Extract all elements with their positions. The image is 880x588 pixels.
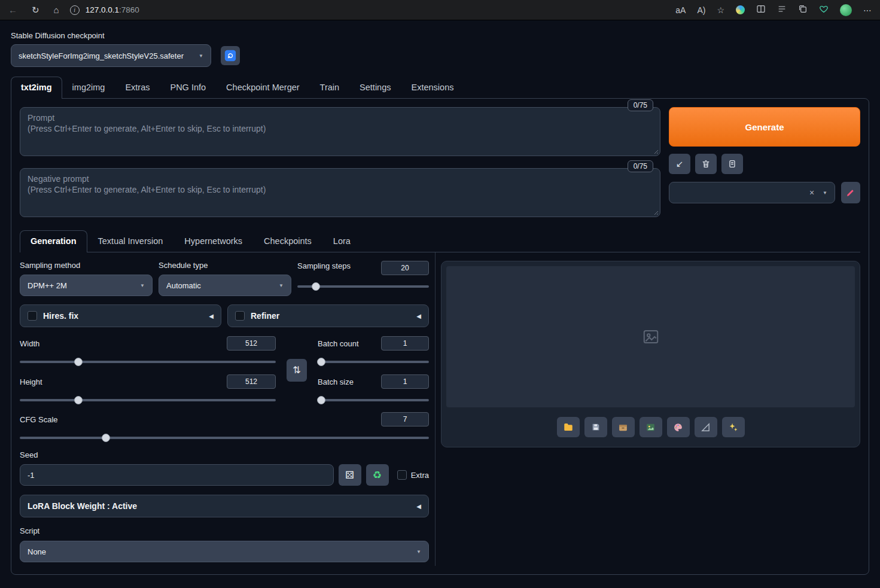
batch-count-slider[interactable] xyxy=(318,358,429,365)
read-aloud-icon[interactable]: A) xyxy=(697,5,705,15)
resize-grip-icon[interactable] xyxy=(653,209,658,215)
send-to-inpaint-button[interactable] xyxy=(667,417,690,437)
extra-seed-toggle[interactable]: Extra xyxy=(397,470,429,480)
refiner-accordion[interactable]: Refiner ◀ xyxy=(227,304,429,327)
site-info-icon[interactable]: i xyxy=(70,5,80,15)
tab-extensions[interactable]: Extensions xyxy=(401,77,464,98)
back-icon[interactable]: ← xyxy=(8,5,17,14)
height-label: Height xyxy=(20,377,42,386)
hires-fix-checkbox[interactable] xyxy=(28,311,37,321)
tab-extras[interactable]: Extras xyxy=(115,77,160,98)
main-tab-bar: txt2img img2img Extras PNG Info Checkpoi… xyxy=(11,77,869,98)
edit-styles-button[interactable] xyxy=(841,182,860,203)
browser-essentials-icon[interactable] xyxy=(819,4,829,16)
negative-prompt-token-counter: 0/75 xyxy=(628,160,653,172)
refresh-icon[interactable]: ↻ xyxy=(32,5,39,14)
cfg-scale-slider[interactable] xyxy=(20,434,429,441)
refiner-title: Refiner xyxy=(251,311,279,321)
address-bar[interactable]: i 127.0.0.1:7860 xyxy=(70,5,139,15)
browser-menu-icon[interactable]: ⋯ xyxy=(863,5,872,15)
chevron-down-icon: ▼ xyxy=(279,283,284,288)
sampling-method-dropdown[interactable]: DPM++ 2M ▼ xyxy=(20,275,153,296)
triangle-ruler-icon xyxy=(701,422,711,432)
clear-styles-icon[interactable]: × xyxy=(809,188,814,197)
schedule-type-dropdown[interactable]: Automatic ▼ xyxy=(159,275,291,296)
output-image-area[interactable] xyxy=(446,266,855,407)
batch-count-input[interactable]: 1 xyxy=(381,336,429,351)
profile-avatar[interactable] xyxy=(840,4,852,16)
arrow-down-left-icon: ↙ xyxy=(676,159,684,169)
script-label: Script xyxy=(20,526,39,535)
negative-prompt-placeholder-title: Negative prompt xyxy=(28,174,653,184)
trash-icon xyxy=(701,159,711,169)
extension-icon[interactable] xyxy=(736,5,745,14)
apply-styles-button[interactable] xyxy=(721,154,743,174)
tab-img2img[interactable]: img2img xyxy=(62,77,115,98)
cfg-scale-input[interactable]: 7 xyxy=(381,412,429,426)
slider-handle[interactable] xyxy=(317,358,325,366)
home-icon[interactable]: ⌂ xyxy=(54,5,59,14)
paste-generation-params-button[interactable]: ↙ xyxy=(669,154,690,174)
batch-size-label: Batch size xyxy=(318,377,354,386)
tab-textual-inversion[interactable]: Textual Inversion xyxy=(87,230,174,252)
tab-checkpoint-merger[interactable]: Checkpoint Merger xyxy=(216,77,310,98)
tab-settings[interactable]: Settings xyxy=(349,77,401,98)
height-input[interactable]: 512 xyxy=(227,374,276,389)
styles-dropdown[interactable]: × ▼ xyxy=(669,182,835,203)
script-dropdown[interactable]: None ▼ xyxy=(20,541,429,562)
tab-generation[interactable]: Generation xyxy=(20,230,87,252)
extra-checkbox[interactable] xyxy=(397,470,407,480)
slider-handle[interactable] xyxy=(312,282,320,291)
negative-prompt-input[interactable]: Negative prompt (Press Ctrl+Enter to gen… xyxy=(20,168,660,217)
open-output-folder-button[interactable] xyxy=(557,417,580,437)
width-input[interactable]: 512 xyxy=(227,336,276,351)
translate-icon[interactable]: aA xyxy=(675,5,686,15)
reuse-seed-button[interactable]: ♻ xyxy=(366,464,389,486)
chevron-down-icon: ▼ xyxy=(140,283,145,288)
slider-handle[interactable] xyxy=(317,396,325,404)
prompt-placeholder-hint: (Press Ctrl+Enter to generate, Alt+Enter… xyxy=(28,124,653,133)
dice-icon: ⚄ xyxy=(345,469,354,482)
generate-button[interactable]: Generate xyxy=(669,107,860,147)
tab-txt2img[interactable]: txt2img xyxy=(11,77,62,99)
tab-train[interactable]: Train xyxy=(310,77,350,98)
tab-png-info[interactable]: PNG Info xyxy=(160,77,216,98)
slider-handle[interactable] xyxy=(74,396,83,404)
tab-checkpoints[interactable]: Checkpoints xyxy=(253,230,322,252)
height-slider[interactable] xyxy=(20,397,276,404)
split-screen-icon[interactable] xyxy=(756,4,766,16)
url-text: 127.0.0.1:7860 xyxy=(86,5,139,14)
seed-input[interactable]: -1 xyxy=(20,464,334,486)
collections-icon[interactable] xyxy=(798,4,808,16)
refiner-checkbox[interactable] xyxy=(235,311,245,321)
width-slider[interactable] xyxy=(20,358,276,365)
favorite-star-icon[interactable]: ☆ xyxy=(717,5,724,15)
favorites-bar-icon[interactable] xyxy=(777,4,787,16)
slider-handle[interactable] xyxy=(74,358,83,366)
slider-handle[interactable] xyxy=(102,434,110,442)
checkpoint-dropdown[interactable]: sketchStyleForImg2img_sketchStyleV25.saf… xyxy=(11,44,211,67)
resize-grip-icon[interactable] xyxy=(653,148,658,154)
batch-count-label: Batch count xyxy=(318,339,359,348)
lora-block-weight-accordion[interactable]: LoRA Block Weight : Active ◀ xyxy=(20,495,429,517)
save-zip-button[interactable] xyxy=(612,417,635,437)
prompt-input[interactable]: Prompt (Press Ctrl+Enter to generate, Al… xyxy=(20,107,660,156)
width-label: Width xyxy=(20,339,39,348)
sampling-steps-slider[interactable] xyxy=(297,283,429,290)
send-to-extras-button[interactable] xyxy=(695,417,717,437)
save-image-button[interactable] xyxy=(584,417,607,437)
tab-hypernetworks[interactable]: Hypernetworks xyxy=(173,230,253,252)
seed-label: Seed xyxy=(20,450,38,459)
clear-prompt-button[interactable] xyxy=(695,154,717,174)
create-upscaled-button[interactable] xyxy=(722,417,745,437)
refresh-checkpoint-button[interactable] xyxy=(221,46,240,65)
batch-size-slider[interactable] xyxy=(318,397,429,404)
batch-size-input[interactable]: 1 xyxy=(381,374,429,389)
random-seed-button[interactable]: ⚄ xyxy=(339,464,361,486)
swap-dimensions-button[interactable]: ⇅ xyxy=(287,359,307,382)
send-to-img2img-button[interactable] xyxy=(640,417,662,437)
sampling-steps-input[interactable]: 20 xyxy=(381,261,429,275)
archive-box-icon xyxy=(618,422,628,432)
tab-lora[interactable]: Lora xyxy=(322,230,361,252)
hires-fix-accordion[interactable]: Hires. fix ◀ xyxy=(20,304,221,327)
